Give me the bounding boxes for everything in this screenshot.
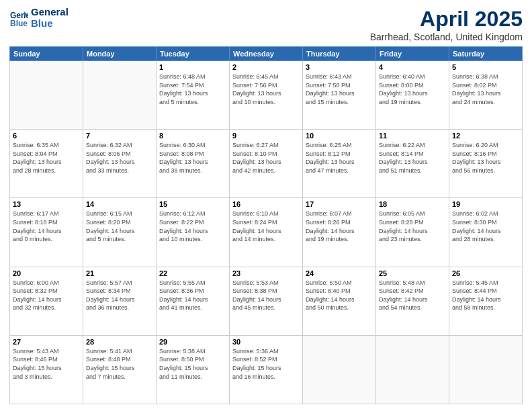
calendar-cell: 26Sunrise: 5:45 AM Sunset: 8:44 PM Dayli… [449, 267, 523, 335]
day-number: 13 [13, 200, 80, 208]
day-number: 9 [232, 132, 300, 140]
day-number: 16 [232, 200, 300, 208]
calendar-week-row: 6Sunrise: 6:35 AM Sunset: 8:04 PM Daylig… [10, 130, 523, 198]
calendar-cell: 19Sunrise: 6:02 AM Sunset: 8:30 PM Dayli… [449, 198, 523, 267]
calendar-cell: 25Sunrise: 5:48 AM Sunset: 8:42 PM Dayli… [376, 267, 449, 335]
day-number: 1 [159, 63, 226, 71]
day-number: 17 [306, 200, 373, 208]
day-info: Sunrise: 6:25 AM Sunset: 8:12 PM Dayligh… [306, 141, 373, 175]
day-info: Sunrise: 6:27 AM Sunset: 8:10 PM Dayligh… [232, 141, 300, 175]
day-info: Sunrise: 6:10 AM Sunset: 8:24 PM Dayligh… [232, 210, 300, 243]
calendar-header-row: SundayMondayTuesdayWednesdayThursdayFrid… [10, 47, 523, 61]
calendar-cell: 3Sunrise: 6:43 AM Sunset: 7:58 PM Daylig… [303, 61, 376, 130]
day-info: Sunrise: 6:30 AM Sunset: 8:08 PM Dayligh… [159, 141, 226, 175]
day-number: 30 [232, 338, 300, 346]
day-info: Sunrise: 6:22 AM Sunset: 8:14 PM Dayligh… [379, 141, 446, 175]
calendar-cell [303, 335, 376, 404]
subtitle: Barrhead, Scotland, United Kingdom [370, 32, 523, 42]
day-info: Sunrise: 6:17 AM Sunset: 8:18 PM Dayligh… [13, 210, 80, 243]
calendar-cell: 10Sunrise: 6:25 AM Sunset: 8:12 PM Dayli… [303, 130, 376, 198]
day-info: Sunrise: 6:35 AM Sunset: 8:04 PM Dayligh… [13, 141, 80, 175]
day-number: 27 [13, 338, 80, 346]
calendar: SundayMondayTuesdayWednesdayThursdayFrid… [9, 46, 523, 404]
calendar-day-header: Tuesday [157, 47, 230, 61]
calendar-cell: 29Sunrise: 5:38 AM Sunset: 8:50 PM Dayli… [157, 335, 230, 404]
calendar-cell: 1Sunrise: 6:48 AM Sunset: 7:54 PM Daylig… [157, 61, 230, 130]
calendar-cell: 9Sunrise: 6:27 AM Sunset: 8:10 PM Daylig… [230, 130, 303, 198]
day-info: Sunrise: 5:43 AM Sunset: 8:46 PM Dayligh… [13, 347, 80, 381]
day-info: Sunrise: 6:07 AM Sunset: 8:26 PM Dayligh… [306, 210, 373, 243]
calendar-day-header: Saturday [449, 47, 523, 61]
logo-text-block: General Blue [31, 7, 69, 29]
calendar-day-header: Friday [376, 47, 449, 61]
day-info: Sunrise: 6:12 AM Sunset: 8:22 PM Dayligh… [159, 210, 226, 243]
day-info: Sunrise: 6:43 AM Sunset: 7:58 PM Dayligh… [306, 73, 373, 106]
calendar-week-row: 20Sunrise: 6:00 AM Sunset: 8:32 PM Dayli… [10, 267, 523, 335]
calendar-cell: 22Sunrise: 5:55 AM Sunset: 8:36 PM Dayli… [157, 267, 230, 335]
calendar-cell: 18Sunrise: 6:05 AM Sunset: 8:28 PM Dayli… [376, 198, 449, 267]
calendar-cell: 16Sunrise: 6:10 AM Sunset: 8:24 PM Dayli… [230, 198, 303, 267]
day-number: 7 [86, 132, 153, 140]
calendar-day-header: Thursday [303, 47, 376, 61]
logo-line1: General [31, 7, 69, 18]
day-info: Sunrise: 6:32 AM Sunset: 8:06 PM Dayligh… [86, 141, 153, 175]
calendar-cell: 14Sunrise: 6:15 AM Sunset: 8:20 PM Dayli… [83, 198, 157, 267]
day-info: Sunrise: 5:48 AM Sunset: 8:42 PM Dayligh… [379, 279, 446, 312]
calendar-day-header: Sunday [10, 47, 83, 61]
day-number: 12 [452, 132, 519, 140]
day-info: Sunrise: 5:50 AM Sunset: 8:40 PM Dayligh… [306, 279, 373, 312]
calendar-cell: 28Sunrise: 5:41 AM Sunset: 8:48 PM Dayli… [83, 335, 157, 404]
header: General Blue General Blue April 2025 Bar… [9, 7, 523, 42]
day-number: 28 [86, 338, 153, 346]
day-info: Sunrise: 5:38 AM Sunset: 8:50 PM Dayligh… [159, 347, 226, 381]
calendar-cell: 6Sunrise: 6:35 AM Sunset: 8:04 PM Daylig… [10, 130, 83, 198]
calendar-cell: 24Sunrise: 5:50 AM Sunset: 8:40 PM Dayli… [303, 267, 376, 335]
day-number: 6 [13, 132, 80, 140]
calendar-cell [10, 61, 83, 130]
day-info: Sunrise: 5:45 AM Sunset: 8:44 PM Dayligh… [452, 279, 519, 312]
day-number: 3 [306, 63, 373, 71]
calendar-cell: 11Sunrise: 6:22 AM Sunset: 8:14 PM Dayli… [376, 130, 449, 198]
day-info: Sunrise: 5:36 AM Sunset: 8:52 PM Dayligh… [232, 347, 300, 381]
day-number: 25 [379, 269, 446, 277]
calendar-cell: 12Sunrise: 6:20 AM Sunset: 8:16 PM Dayli… [449, 130, 523, 198]
day-info: Sunrise: 6:20 AM Sunset: 8:16 PM Dayligh… [452, 141, 519, 175]
day-number: 8 [159, 132, 226, 140]
calendar-cell: 20Sunrise: 6:00 AM Sunset: 8:32 PM Dayli… [10, 267, 83, 335]
calendar-cell: 21Sunrise: 5:57 AM Sunset: 8:34 PM Dayli… [83, 267, 157, 335]
day-info: Sunrise: 6:40 AM Sunset: 8:00 PM Dayligh… [379, 73, 446, 106]
day-number: 15 [159, 200, 226, 208]
calendar-day-header: Wednesday [230, 47, 303, 61]
title-area: April 2025 Barrhead, Scotland, United Ki… [370, 7, 523, 42]
day-info: Sunrise: 6:05 AM Sunset: 8:28 PM Dayligh… [379, 210, 446, 243]
calendar-cell: 7Sunrise: 6:32 AM Sunset: 8:06 PM Daylig… [83, 130, 157, 198]
calendar-cell [83, 61, 157, 130]
calendar-cell: 15Sunrise: 6:12 AM Sunset: 8:22 PM Dayli… [157, 198, 230, 267]
day-number: 29 [159, 338, 226, 346]
day-info: Sunrise: 5:53 AM Sunset: 8:38 PM Dayligh… [232, 279, 300, 312]
day-number: 2 [232, 63, 300, 71]
day-number: 24 [306, 269, 373, 277]
day-info: Sunrise: 5:41 AM Sunset: 8:48 PM Dayligh… [86, 347, 153, 381]
calendar-cell: 5Sunrise: 6:38 AM Sunset: 8:02 PM Daylig… [449, 61, 523, 130]
logo-line2: Blue [31, 18, 69, 30]
logo: General Blue General Blue [9, 7, 69, 29]
calendar-cell: 23Sunrise: 5:53 AM Sunset: 8:38 PM Dayli… [230, 267, 303, 335]
page: General Blue General Blue April 2025 Bar… [0, 0, 532, 411]
day-number: 11 [379, 132, 446, 140]
day-info: Sunrise: 6:38 AM Sunset: 8:02 PM Dayligh… [452, 73, 519, 106]
main-title: April 2025 [370, 7, 523, 32]
day-info: Sunrise: 6:02 AM Sunset: 8:30 PM Dayligh… [452, 210, 519, 243]
day-info: Sunrise: 6:15 AM Sunset: 8:20 PM Dayligh… [86, 210, 153, 243]
day-number: 23 [232, 269, 300, 277]
day-number: 19 [452, 200, 519, 208]
day-info: Sunrise: 6:48 AM Sunset: 7:54 PM Dayligh… [159, 73, 226, 106]
calendar-cell: 13Sunrise: 6:17 AM Sunset: 8:18 PM Dayli… [10, 198, 83, 267]
svg-text:Blue: Blue [10, 19, 28, 28]
day-number: 18 [379, 200, 446, 208]
calendar-cell [449, 335, 523, 404]
calendar-week-row: 13Sunrise: 6:17 AM Sunset: 8:18 PM Dayli… [10, 198, 523, 267]
day-number: 14 [86, 200, 153, 208]
day-info: Sunrise: 5:57 AM Sunset: 8:34 PM Dayligh… [86, 279, 153, 312]
calendar-week-row: 1Sunrise: 6:48 AM Sunset: 7:54 PM Daylig… [10, 61, 523, 130]
